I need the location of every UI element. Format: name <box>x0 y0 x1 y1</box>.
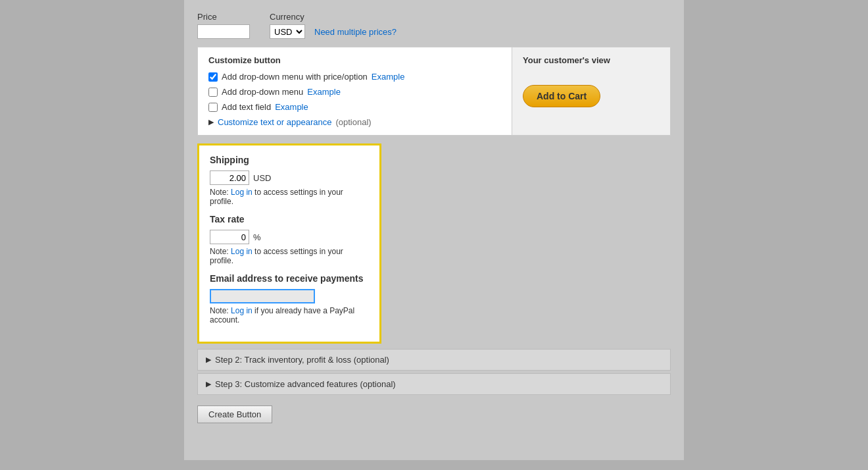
tax-input-row: % <box>210 230 369 244</box>
tax-note-suffix: to access settings in your profile. <box>210 247 343 265</box>
currency-select[interactable]: USD EUR GBP CAD AUD <box>270 24 305 39</box>
footer-section: About PayPal | Contact Us | Fees | PayPa… <box>0 460 868 470</box>
need-multiple-prices-link[interactable]: Need multiple prices? <box>314 27 397 37</box>
option1-row: Add drop-down menu with price/option Exa… <box>208 72 501 82</box>
option3-checkbox[interactable] <box>208 103 218 112</box>
customize-text-row: ▶ Customize text or appearance (optional… <box>208 117 501 127</box>
step3-collapsed[interactable]: ▶ Step 3: Customize advanced features (o… <box>197 373 671 395</box>
shipping-note-suffix: to access settings in your profile. <box>210 188 343 206</box>
tax-note: Note: Log in to access settings in your … <box>210 247 369 265</box>
option2-row: Add drop-down menu Example <box>208 87 501 97</box>
option2-label: Add drop-down menu <box>222 87 303 97</box>
customize-panel: Customize button Add drop-down menu with… <box>198 47 512 135</box>
option3-row: Add text field Example <box>208 102 501 112</box>
add-to-cart-button[interactable]: Add to Cart <box>523 85 600 107</box>
two-panel: Customize button Add drop-down menu with… <box>197 47 671 136</box>
shipping-log-in-link[interactable]: Log in <box>231 188 253 197</box>
shipping-currency-label: USD <box>253 173 271 183</box>
step2-triangle-icon: ▶ <box>206 355 211 364</box>
tax-log-in-link[interactable]: Log in <box>231 247 253 256</box>
customer-view-panel: Your customer's view Add to Cart <box>512 47 670 135</box>
email-section-title: Email address to receive payments <box>210 273 369 284</box>
shipping-tax-email-section: Shipping USD Note: Log in to access sett… <box>197 144 381 344</box>
step2-label: Step 2: Track inventory, profit & loss (… <box>215 355 389 365</box>
customize-optional-text: (optional) <box>335 117 371 127</box>
price-field-group: Price <box>197 12 250 39</box>
tax-note-text: Note: <box>210 247 229 256</box>
shipping-note: Note: Log in to access settings in your … <box>210 188 369 206</box>
shipping-title: Shipping <box>210 155 369 165</box>
email-note-text: Note: <box>210 306 229 315</box>
option3-example-link[interactable]: Example <box>275 102 308 112</box>
customize-text-link[interactable]: Customize text or appearance <box>218 117 331 127</box>
price-label: Price <box>197 12 250 22</box>
shipping-input-row: USD <box>210 170 369 185</box>
email-note: Note: Log in if you already have a PayPa… <box>210 306 369 325</box>
option2-example-link[interactable]: Example <box>307 87 341 97</box>
option2-checkbox[interactable] <box>208 88 218 97</box>
option3-label: Add text field <box>222 102 271 112</box>
currency-group: USD EUR GBP CAD AUD Need multiple prices… <box>270 24 397 39</box>
step3-triangle-icon: ▶ <box>206 380 211 388</box>
currency-field-group: Currency USD EUR GBP CAD AUD Need multip… <box>270 12 397 39</box>
main-content: Price Currency USD EUR GBP CAD AUD Need … <box>184 0 684 460</box>
email-log-in-link[interactable]: Log in <box>231 306 253 315</box>
price-currency-section: Price Currency USD EUR GBP CAD AUD Need … <box>184 7 684 47</box>
step3-label: Step 3: Customize advanced features (opt… <box>215 379 396 389</box>
shipping-amount-input[interactable] <box>210 170 249 185</box>
shipping-note-text: Note: <box>210 188 229 197</box>
create-button-wrapper: Create Button <box>197 405 671 423</box>
tax-rate-input[interactable] <box>210 230 249 244</box>
page-wrapper: Price Currency USD EUR GBP CAD AUD Need … <box>0 0 868 470</box>
email-input-row <box>210 289 369 303</box>
option1-label: Add drop-down menu with price/option <box>222 72 368 82</box>
customize-button-title: Customize button <box>208 55 501 65</box>
triangle-right-icon: ▶ <box>208 118 214 126</box>
price-currency-row: Price Currency USD EUR GBP CAD AUD Need … <box>197 12 671 39</box>
step2-collapsed[interactable]: ▶ Step 2: Track inventory, profit & loss… <box>197 349 671 371</box>
tax-unit-label: % <box>253 232 261 242</box>
customer-view-title: Your customer's view <box>523 55 610 65</box>
tax-rate-title: Tax rate <box>210 214 369 224</box>
price-input[interactable] <box>197 24 250 39</box>
email-input[interactable] <box>210 289 315 303</box>
create-button[interactable]: Create Button <box>197 405 272 423</box>
currency-label: Currency <box>270 12 397 22</box>
option1-checkbox[interactable] <box>208 72 218 82</box>
option1-example-link[interactable]: Example <box>372 72 405 82</box>
